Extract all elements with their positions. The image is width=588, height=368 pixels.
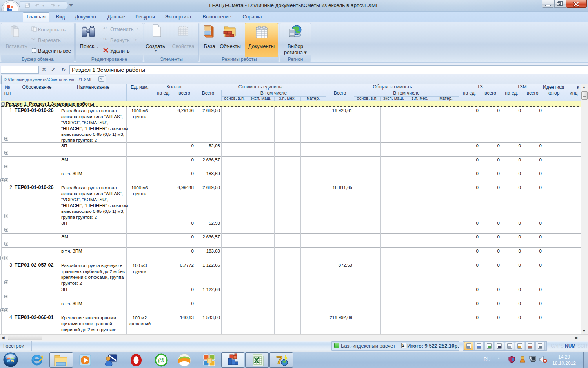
svg-text:@: @ <box>158 357 164 364</box>
